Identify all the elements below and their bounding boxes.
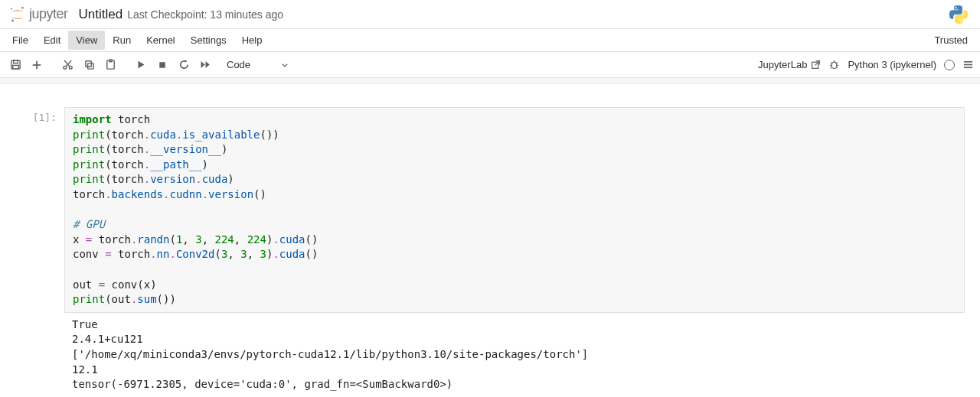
external-link-icon — [811, 60, 821, 70]
menu-bar: FileEditViewRunKernelSettingsHelp Truste… — [0, 29, 980, 52]
insert-cell-button[interactable] — [28, 56, 46, 74]
svg-line-25 — [837, 63, 838, 63]
restart-run-all-button[interactable] — [196, 56, 214, 74]
svg-point-22 — [832, 62, 838, 68]
debugger-icon[interactable] — [828, 59, 840, 70]
chevron-down-icon — [281, 61, 289, 69]
menu-toggle-icon[interactable] — [962, 59, 974, 70]
svg-marker-19 — [205, 61, 209, 68]
logo-text: jupyter — [29, 6, 68, 22]
toolbar: Code JupyterLab Python 3 (ipykernel) — [0, 52, 980, 78]
svg-rect-17 — [159, 62, 165, 68]
checkpoint-text: Last Checkpoint: 13 minutes ago — [127, 8, 283, 21]
code-content: import torch print(torch.cuda.is_availab… — [73, 112, 956, 308]
menu-file[interactable]: File — [5, 31, 36, 50]
kernel-selector[interactable]: Python 3 (ipykernel) — [848, 59, 936, 70]
open-jupyterlab-link[interactable]: JupyterLab — [758, 59, 821, 70]
svg-rect-12 — [85, 61, 91, 67]
svg-marker-16 — [138, 61, 144, 69]
notebook-area: [1]: import torch print(torch.cuda.is_av… — [0, 84, 980, 392]
kernel-status-icon[interactable] — [944, 60, 955, 70]
cell-input[interactable]: import torch print(torch.cuda.is_availab… — [64, 107, 965, 313]
svg-marker-18 — [201, 61, 204, 68]
cell-type-label: Code — [227, 59, 250, 70]
svg-line-21 — [815, 61, 820, 66]
paste-button[interactable] — [101, 56, 119, 74]
svg-rect-4 — [13, 60, 18, 63]
interrupt-button[interactable] — [153, 56, 172, 74]
menu-help[interactable]: Help — [234, 31, 270, 50]
svg-point-1 — [11, 19, 14, 21]
menu-settings[interactable]: Settings — [183, 31, 234, 50]
cell-type-selector[interactable]: Code — [220, 57, 295, 73]
document-title[interactable]: Untitled — [79, 7, 123, 22]
python-icon — [949, 5, 968, 24]
svg-rect-13 — [87, 63, 93, 70]
save-button[interactable] — [6, 56, 24, 74]
cell-output: True 2.4.1+cu121 ['/home/xq/miniconda3/e… — [64, 313, 965, 392]
menu-run[interactable]: Run — [105, 31, 139, 50]
svg-rect-5 — [12, 65, 18, 69]
jupyterlab-label: JupyterLab — [758, 59, 807, 70]
jupyter-icon — [9, 6, 26, 23]
svg-point-0 — [21, 6, 24, 8]
cell-prompt: [1]: — [15, 107, 64, 392]
svg-line-28 — [831, 67, 832, 68]
restart-button[interactable] — [175, 56, 193, 74]
copy-button[interactable] — [80, 56, 98, 74]
svg-point-2 — [11, 8, 12, 9]
output-content: True 2.4.1+cu121 ['/home/xq/miniconda3/e… — [72, 317, 957, 392]
menu-view[interactable]: View — [68, 31, 105, 50]
run-button[interactable] — [132, 56, 150, 74]
separator — [0, 78, 980, 84]
cut-button[interactable] — [58, 56, 77, 74]
kernel-label: Python 3 (ipykernel) — [848, 59, 936, 70]
trusted-indicator[interactable]: Trusted — [926, 34, 975, 46]
jupyter-logo[interactable]: jupyter — [9, 6, 68, 23]
menu-edit[interactable]: Edit — [36, 31, 68, 50]
header-bar: jupyter Untitled Last Checkpoint: 13 min… — [0, 0, 980, 29]
svg-line-24 — [831, 63, 832, 63]
cell[interactable]: [1]: import torch print(torch.cuda.is_av… — [15, 107, 965, 392]
svg-line-29 — [837, 67, 838, 68]
menu-kernel[interactable]: Kernel — [139, 31, 183, 50]
